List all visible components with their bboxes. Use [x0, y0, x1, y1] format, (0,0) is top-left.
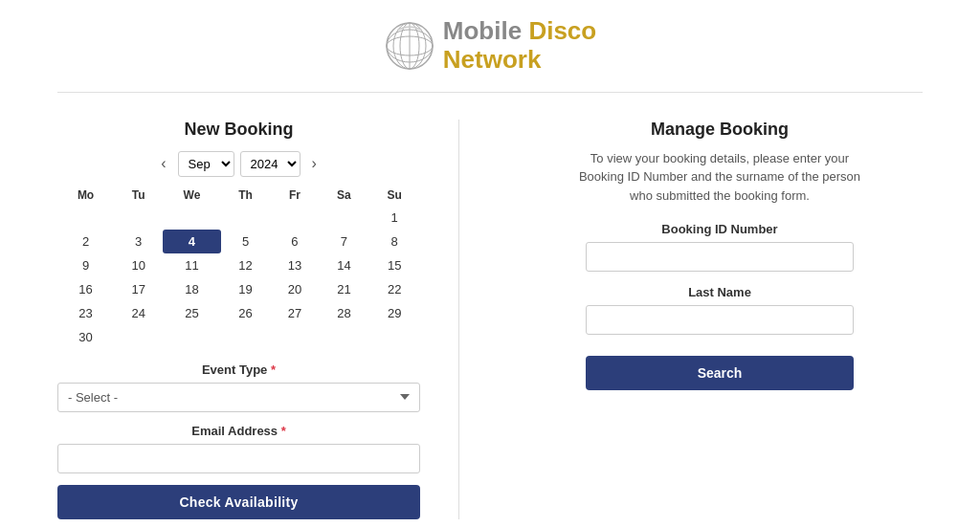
weekday-fr: Fr — [270, 185, 319, 206]
calendar-day-19[interactable]: 19 — [221, 277, 271, 301]
calendar-day-17[interactable]: 17 — [114, 277, 163, 301]
new-booking-title: New Booking — [57, 120, 420, 140]
calendar-empty-cell — [221, 325, 271, 349]
calendar-day-10[interactable]: 10 — [114, 253, 163, 277]
logo-text: Mobile Disco Network — [443, 17, 596, 75]
booking-id-label: Booking ID Number — [586, 222, 854, 236]
search-button[interactable]: Search — [586, 356, 854, 390]
logo-network: Network — [443, 46, 596, 75]
calendar-day-29[interactable]: 29 — [368, 301, 420, 325]
calendar-day-6[interactable]: 6 — [270, 230, 319, 253]
booking-id-group: Booking ID Number — [586, 222, 854, 272]
calendar-day-24[interactable]: 24 — [114, 301, 163, 325]
calendar-table: Mo Tu We Th Fr Sa Su 1234567891011121314… — [57, 185, 420, 349]
calendar-empty-cell — [114, 325, 163, 349]
calendar-day-27[interactable]: 27 — [270, 301, 319, 325]
calendar-day-15[interactable]: 15 — [368, 253, 420, 277]
calendar-empty-cell — [320, 206, 369, 230]
calendar-day-4[interactable]: 4 — [163, 230, 220, 253]
calendar-day-8[interactable]: 8 — [368, 230, 420, 253]
calendar-empty-cell — [221, 206, 271, 230]
header-divider — [57, 92, 923, 93]
logo-mobile: Mobile — [443, 16, 529, 45]
booking-id-input[interactable] — [586, 242, 854, 272]
header: Mobile Disco Network — [0, 0, 980, 84]
calendar-day-2[interactable]: 2 — [57, 230, 114, 253]
main-content: New Booking ‹ JanFebMarApr MayJunJulAug … — [0, 100, 980, 527]
year-select[interactable]: 202420252026 — [240, 151, 301, 177]
calendar-day-11[interactable]: 11 — [163, 253, 220, 277]
logo-disco: Disco — [528, 16, 596, 45]
email-label: Email Address * — [57, 424, 420, 438]
calendar-empty-cell — [57, 206, 114, 230]
new-booking-panel: New Booking ‹ JanFebMarApr MayJunJulAug … — [57, 120, 459, 519]
calendar-day-18[interactable]: 18 — [163, 277, 220, 301]
calendar-empty-cell — [163, 325, 220, 349]
email-input[interactable] — [57, 444, 420, 473]
calendar-day-30[interactable]: 30 — [57, 325, 114, 349]
manage-booking-panel: Manage Booking To view your booking deta… — [459, 120, 923, 519]
email-required: * — [281, 424, 286, 438]
weekday-sa: Sa — [320, 185, 369, 206]
calendar-nav: ‹ JanFebMarApr MayJunJulAug SepOctNovDec… — [57, 151, 420, 177]
last-name-group: Last Name — [586, 285, 854, 335]
month-select[interactable]: JanFebMarApr MayJunJulAug SepOctNovDec — [178, 151, 234, 177]
calendar-day-12[interactable]: 12 — [221, 253, 271, 277]
check-availability-button[interactable]: Check Availability — [57, 485, 420, 519]
calendar-day-5[interactable]: 5 — [221, 230, 271, 253]
event-type-select[interactable]: - Select - Birthday Wedding Corporate Ot… — [57, 383, 420, 412]
last-name-label: Last Name — [586, 285, 854, 299]
weekday-su: Su — [368, 185, 420, 206]
calendar-day-28[interactable]: 28 — [320, 301, 369, 325]
calendar-day-20[interactable]: 20 — [270, 277, 319, 301]
event-type-required: * — [271, 362, 276, 377]
calendar-empty-cell — [368, 325, 420, 349]
event-type-label: Event Type * — [57, 362, 420, 377]
calendar-day-3[interactable]: 3 — [114, 230, 163, 253]
manage-booking-desc: To view your booking details, please ent… — [567, 149, 873, 206]
calendar-empty-cell — [270, 206, 319, 230]
weekday-th: Th — [221, 185, 271, 206]
last-name-input[interactable] — [586, 305, 854, 335]
weekday-mo: Mo — [57, 185, 114, 206]
manage-booking-title: Manage Booking — [651, 120, 789, 140]
calendar-day-25[interactable]: 25 — [163, 301, 220, 325]
weekday-tu: Tu — [114, 185, 163, 206]
globe-icon — [384, 20, 435, 72]
calendar-day-9[interactable]: 9 — [57, 253, 114, 277]
calendar-day-14[interactable]: 14 — [320, 253, 369, 277]
calendar-empty-cell — [163, 206, 220, 230]
calendar-day-7[interactable]: 7 — [320, 230, 369, 253]
calendar-day-13[interactable]: 13 — [270, 253, 319, 277]
weekday-we: We — [163, 185, 220, 206]
calendar-day-16[interactable]: 16 — [57, 277, 114, 301]
calendar-day-26[interactable]: 26 — [221, 301, 271, 325]
calendar-empty-cell — [270, 325, 319, 349]
next-month-button[interactable]: › — [306, 154, 323, 173]
calendar-day-23[interactable]: 23 — [57, 301, 114, 325]
calendar-day-22[interactable]: 22 — [368, 277, 420, 301]
calendar-day-1[interactable]: 1 — [368, 206, 420, 230]
calendar-empty-cell — [114, 206, 163, 230]
calendar-empty-cell — [320, 325, 369, 349]
calendar-day-21[interactable]: 21 — [320, 277, 369, 301]
prev-month-button[interactable]: ‹ — [155, 154, 171, 173]
